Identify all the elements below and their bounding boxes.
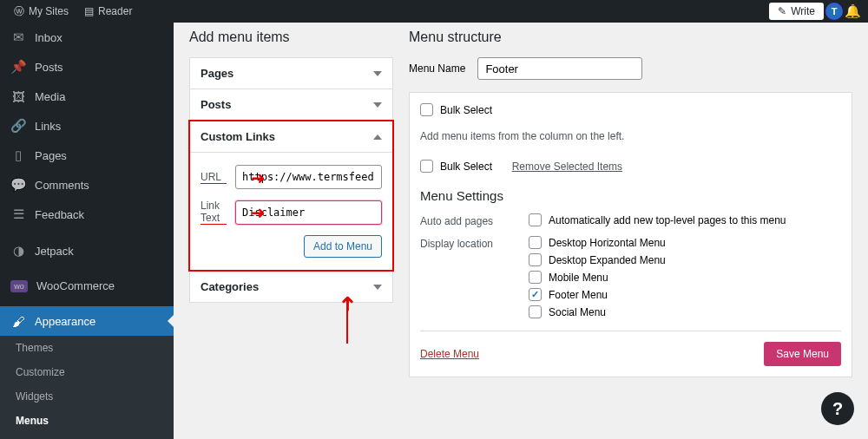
location-label: Desktop Horizontal Menu bbox=[549, 237, 666, 249]
location-checkbox[interactable] bbox=[529, 271, 542, 284]
reader-link[interactable]: ▤Reader bbox=[77, 0, 139, 23]
bulk-select-label: Bulk Select bbox=[440, 161, 492, 173]
jetpack-icon: ◑ bbox=[10, 243, 26, 259]
url-label: URL bbox=[201, 171, 227, 184]
pencil-icon: ✎ bbox=[778, 5, 786, 17]
pages-icon: ▯ bbox=[10, 147, 26, 163]
sidebar-item-label: Jetpack bbox=[35, 245, 74, 258]
sidebar-item-inbox[interactable]: ✉Inbox bbox=[0, 23, 174, 52]
comments-icon: 💬 bbox=[10, 177, 26, 193]
help-button[interactable]: ? bbox=[821, 392, 854, 425]
location-checkbox[interactable] bbox=[529, 288, 542, 301]
chevron-down-icon bbox=[373, 102, 382, 108]
content-area: Add menu items Pages Posts Custom Links … bbox=[174, 23, 868, 439]
sidebar-item-jetpack[interactable]: ◑Jetpack bbox=[0, 236, 174, 265]
arrow-stem bbox=[346, 302, 348, 344]
sidebar-item-label: Links bbox=[35, 120, 61, 133]
bulk-select-checkbox-2[interactable] bbox=[420, 160, 433, 173]
avatar-letter: T bbox=[832, 6, 838, 16]
accordion-label: Custom Links bbox=[201, 130, 275, 143]
sidebar-item-pages[interactable]: ▯Pages bbox=[0, 141, 174, 170]
accordion-pages[interactable]: Pages bbox=[189, 57, 393, 89]
menu-settings-heading: Menu Settings bbox=[420, 188, 841, 203]
submenu-menus[interactable]: Menus bbox=[0, 409, 174, 433]
auto-add-label: Auto add pages bbox=[420, 213, 503, 227]
menu-structure-box: Bulk Select Add menu items from the colu… bbox=[409, 92, 852, 377]
submenu-customize[interactable]: Customize bbox=[0, 360, 174, 384]
chevron-up-icon bbox=[373, 134, 382, 140]
brush-icon: 🖌 bbox=[10, 313, 26, 329]
sidebar-item-links[interactable]: 🔗Links bbox=[0, 111, 174, 141]
write-button[interactable]: ✎Write bbox=[769, 3, 824, 20]
accordion-label: Categories bbox=[201, 280, 259, 293]
sidebar-item-label: Comments bbox=[35, 179, 89, 192]
auto-add-option-label: Automatically add new top-level pages to… bbox=[549, 214, 786, 226]
feedback-icon: ☰ bbox=[10, 206, 26, 222]
bell-icon[interactable]: 🔔 bbox=[845, 3, 861, 19]
location-label: Desktop Expanded Menu bbox=[549, 254, 666, 266]
reader-label: Reader bbox=[98, 5, 132, 17]
appearance-submenu: Themes Customize Widgets Menus Backgroun… bbox=[0, 336, 174, 439]
admin-sidebar: ✉Inbox 📌Posts 🖾Media 🔗Links ▯Pages 💬Comm… bbox=[0, 23, 174, 439]
accordion-posts[interactable]: Posts bbox=[189, 88, 393, 121]
location-checkbox[interactable] bbox=[529, 253, 542, 266]
bulk-select-checkbox[interactable] bbox=[420, 103, 433, 116]
write-label: Write bbox=[791, 5, 815, 17]
submenu-themes[interactable]: Themes bbox=[0, 336, 174, 360]
sidebar-item-label: Inbox bbox=[35, 31, 62, 44]
sidebar-item-appearance[interactable]: 🖌Appearance bbox=[0, 306, 174, 336]
add-menu-items-heading: Add menu items bbox=[189, 29, 393, 45]
link-text-input[interactable] bbox=[235, 200, 382, 225]
inbox-icon: ✉ bbox=[10, 29, 26, 45]
sidebar-item-media[interactable]: 🖾Media bbox=[0, 82, 174, 111]
url-input[interactable] bbox=[235, 165, 382, 189]
menu-structure-heading: Menu structure bbox=[409, 29, 852, 45]
link-icon: 🔗 bbox=[10, 118, 26, 134]
menu-name-input[interactable] bbox=[477, 57, 642, 80]
media-icon: 🖾 bbox=[10, 88, 26, 104]
chevron-down-icon bbox=[373, 285, 382, 290]
submenu-widgets[interactable]: Widgets bbox=[0, 384, 174, 409]
auto-add-checkbox[interactable] bbox=[529, 213, 542, 226]
location-label: Social Menu bbox=[549, 306, 606, 318]
avatar[interactable]: T bbox=[825, 3, 843, 20]
sidebar-item-posts[interactable]: 📌Posts bbox=[0, 52, 174, 82]
accordion-label: Pages bbox=[201, 67, 233, 80]
menu-name-label: Menu Name bbox=[409, 62, 465, 75]
accordion-custom-links-header[interactable]: Custom Links bbox=[190, 121, 392, 153]
sidebar-item-label: WooCommerce bbox=[36, 279, 115, 292]
reader-icon: ▤ bbox=[84, 5, 94, 17]
pin-icon: 📌 bbox=[10, 59, 26, 75]
save-menu-button[interactable]: Save Menu bbox=[764, 342, 841, 366]
location-checkbox[interactable] bbox=[529, 236, 542, 249]
accordion-custom-links: Custom Links URL ➜ Link Text ➜ Add to Me… bbox=[188, 120, 394, 272]
sidebar-item-label: Pages bbox=[35, 149, 67, 162]
woo-icon: wo bbox=[10, 280, 28, 292]
sidebar-item-label: Feedback bbox=[35, 208, 84, 221]
accordion-label: Posts bbox=[201, 98, 231, 111]
sidebar-item-label: Media bbox=[35, 90, 65, 103]
sidebar-item-woocommerce[interactable]: woWooCommerce bbox=[0, 272, 174, 299]
submenu-background[interactable]: Background bbox=[0, 433, 174, 439]
remove-selected-link[interactable]: Remove Selected Items bbox=[512, 161, 622, 173]
chevron-down-icon bbox=[373, 71, 382, 76]
link-text-label: Link Text bbox=[201, 200, 227, 225]
location-label: Mobile Menu bbox=[549, 272, 608, 284]
location-label: Footer Menu bbox=[549, 289, 608, 301]
mysites-label: My Sites bbox=[29, 5, 69, 17]
sidebar-item-label: Appearance bbox=[35, 315, 95, 328]
sidebar-item-feedback[interactable]: ☰Feedback bbox=[0, 200, 174, 229]
bulk-select-label: Bulk Select bbox=[440, 104, 492, 116]
empty-menu-hint: Add menu items from the column on the le… bbox=[420, 130, 841, 142]
display-location-label: Display location bbox=[420, 236, 503, 318]
admin-toolbar: ⓦMy Sites ▤Reader ✎Write T 🔔 bbox=[0, 0, 868, 23]
sidebar-item-comments[interactable]: 💬Comments bbox=[0, 170, 174, 200]
wordpress-icon: ⓦ bbox=[14, 4, 24, 19]
delete-menu-link[interactable]: Delete Menu bbox=[420, 348, 479, 360]
sidebar-item-label: Posts bbox=[35, 61, 63, 74]
accordion-categories[interactable]: Categories bbox=[189, 271, 393, 303]
add-to-menu-button[interactable]: Add to Menu bbox=[304, 235, 382, 258]
location-checkbox[interactable] bbox=[529, 305, 542, 318]
wp-logo[interactable]: ⓦMy Sites bbox=[7, 0, 76, 23]
